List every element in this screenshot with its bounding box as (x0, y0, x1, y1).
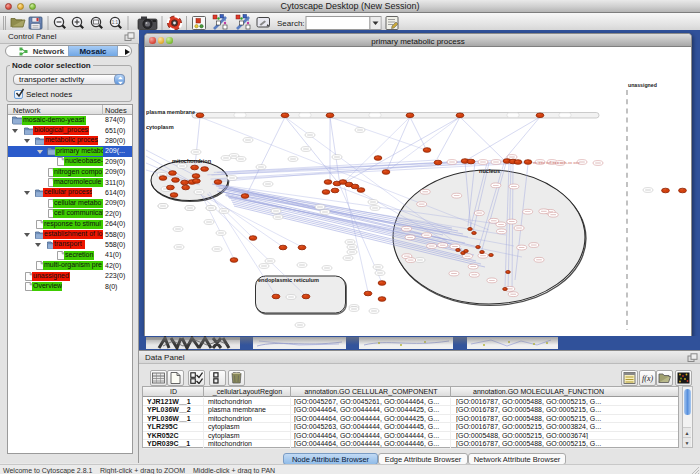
svg-text:xx-xxx xxl-xxx xxh-xx xxx: xx-xxx xxl-xxx xxh-xx xxx (533, 160, 580, 165)
svg-text:unassigned: unassigned (628, 82, 657, 88)
svg-text:cytoplasm: cytoplasm (146, 124, 174, 130)
svg-text:plasma membrane: plasma membrane (146, 109, 195, 115)
svg-text:f(x): f(x) (642, 374, 653, 383)
svg-text:nucleus: nucleus (479, 168, 500, 174)
svg-text:endoplasmic reticulum: endoplasmic reticulum (258, 277, 319, 283)
svg-text:1:1: 1:1 (112, 20, 119, 25)
svg-text:Search:: Search: (277, 19, 305, 28)
svg-text:mitochondrion: mitochondrion (172, 158, 212, 164)
